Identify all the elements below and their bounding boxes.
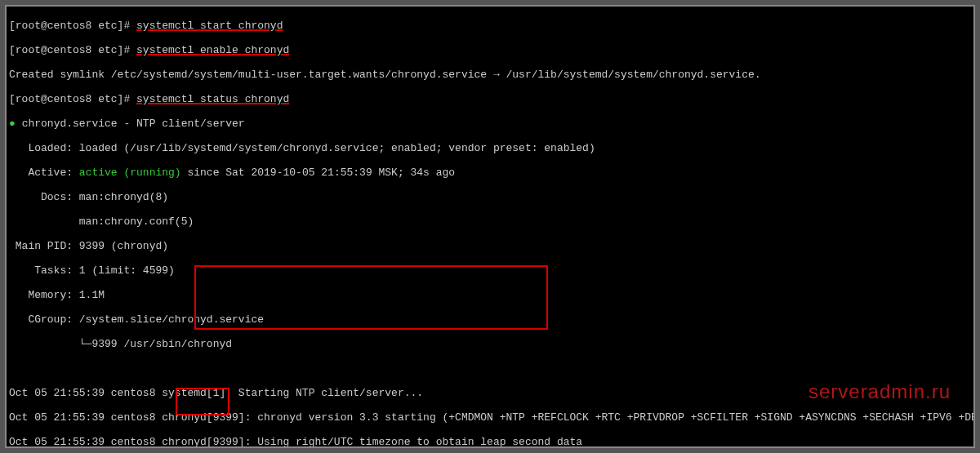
pid-value: 9399 (chronyd) bbox=[73, 240, 168, 252]
status-bullet-icon: ● bbox=[9, 118, 16, 130]
log-line: Oct 05 21:55:39 centos8 systemd[1]: Star… bbox=[9, 387, 423, 399]
tasks-value: 1 (limit: 4599) bbox=[73, 264, 175, 277]
docs-label: Docs: bbox=[9, 191, 73, 203]
cgroup-label: CGroup: bbox=[9, 313, 73, 326]
memory-value: 1.1M bbox=[73, 289, 105, 301]
command-status: systemctl status chronyd bbox=[136, 93, 289, 105]
command-start: systemctl start chronyd bbox=[136, 20, 283, 32]
prompt: [root@centos8 etc]# bbox=[9, 93, 130, 105]
cgroup-value: /system.slice/chronyd.service bbox=[73, 313, 264, 326]
symlink-output: Created symlink /etc/systemd/system/mult… bbox=[9, 69, 761, 81]
prompt: [root@centos8 etc]# bbox=[9, 44, 130, 56]
docs-value-2: man:chrony.conf(5) bbox=[9, 215, 194, 228]
active-state: active (running) bbox=[79, 167, 181, 179]
log-line: Oct 05 21:55:39 centos8 chronyd[9399]: U… bbox=[9, 436, 582, 448]
loaded-value: loaded (/usr/lib/systemd/system/chronyd.… bbox=[73, 142, 595, 154]
log-line: Oct 05 21:55:39 centos8 chronyd[9399]: c… bbox=[9, 411, 975, 424]
tasks-label: Tasks: bbox=[9, 264, 73, 277]
memory-label: Memory: bbox=[9, 289, 73, 301]
terminal-window[interactable]: [root@centos8 etc]# systemctl start chro… bbox=[5, 5, 975, 448]
command-enable: systemctl enable chronyd bbox=[136, 44, 289, 56]
prompt: [root@centos8 etc]# bbox=[9, 20, 130, 32]
service-header: chronyd.service - NTP client/server bbox=[22, 118, 245, 130]
loaded-label: Loaded: bbox=[9, 142, 73, 154]
docs-value: man:chronyd(8) bbox=[73, 191, 168, 203]
pid-label: Main PID: bbox=[9, 240, 73, 252]
active-since: since Sat 2019-10-05 21:55:39 MSK; 34s a… bbox=[181, 167, 455, 179]
cgroup-tree: └─9399 /usr/sbin/chronyd bbox=[9, 338, 232, 350]
active-label: Active: bbox=[9, 167, 79, 179]
